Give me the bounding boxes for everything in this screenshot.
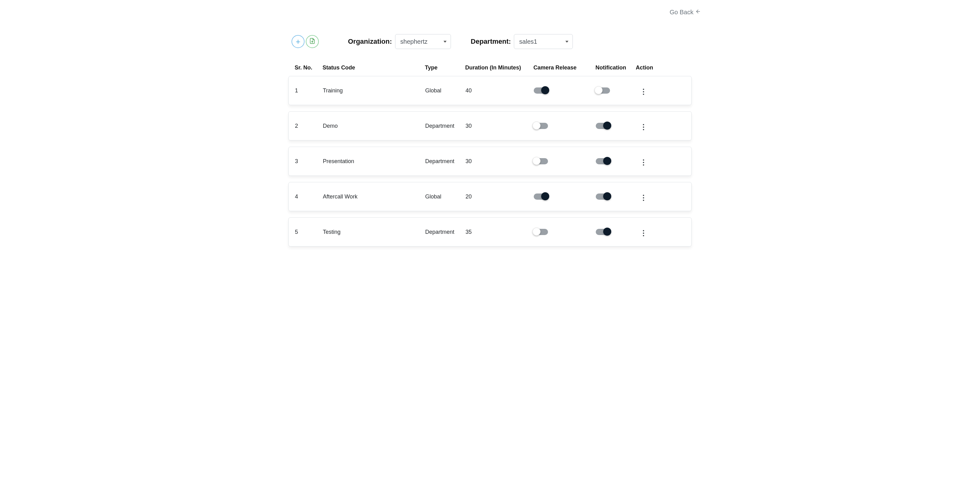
department-select[interactable]: sales1 — [514, 34, 573, 49]
cell-duration: 35 — [466, 229, 534, 235]
notification-toggle[interactable] — [596, 158, 610, 164]
cell-action — [636, 156, 664, 167]
cell-type: Global — [425, 87, 466, 94]
cell-sr-no: 3 — [295, 158, 323, 165]
cell-action — [636, 191, 664, 202]
cell-type: Global — [425, 194, 466, 200]
camera-release-toggle[interactable] — [534, 229, 548, 235]
cell-status-code: Aftercall Work — [323, 194, 425, 200]
action-menu-button[interactable] — [640, 229, 647, 237]
camera-release-toggle[interactable] — [534, 194, 548, 200]
file-export-icon — [309, 38, 315, 45]
organization-select[interactable]: shephertz — [395, 34, 451, 49]
cell-type: Department — [425, 229, 466, 235]
department-label: Department: — [471, 38, 511, 46]
cell-status-code: Training — [323, 87, 425, 94]
go-back-link[interactable]: Go Back — [670, 9, 701, 16]
action-menu-button[interactable] — [640, 194, 647, 202]
cell-action — [636, 226, 664, 237]
cell-sr-no: 5 — [295, 229, 323, 235]
add-button[interactable]: + — [291, 35, 305, 48]
cell-camera-release — [534, 158, 596, 164]
export-button[interactable] — [306, 35, 319, 48]
cell-notification — [596, 229, 636, 235]
cell-sr-no: 1 — [295, 87, 323, 94]
cell-type: Department — [425, 123, 466, 129]
cell-duration: 30 — [466, 158, 534, 165]
col-notification: Notification — [595, 65, 636, 71]
col-sr-no: Sr. No. — [294, 65, 323, 71]
cell-notification — [596, 158, 636, 164]
cell-camera-release — [534, 123, 596, 129]
col-status-code: Status Code — [323, 65, 425, 71]
cell-sr-no: 4 — [295, 194, 323, 200]
cell-duration: 20 — [466, 194, 534, 200]
cell-type: Department — [425, 158, 466, 165]
table-row: 3PresentationDepartment30 — [288, 147, 692, 176]
camera-release-toggle[interactable] — [534, 158, 548, 164]
cell-status-code: Demo — [323, 123, 425, 129]
col-type: Type — [425, 65, 465, 71]
table-row: 5TestingDepartment35 — [288, 217, 692, 246]
plus-icon: + — [296, 38, 300, 46]
notification-toggle[interactable] — [596, 194, 610, 200]
notification-toggle[interactable] — [596, 87, 610, 94]
cell-duration: 30 — [466, 123, 534, 129]
camera-release-toggle[interactable] — [534, 123, 548, 129]
cell-action — [636, 85, 664, 96]
action-menu-button[interactable] — [640, 158, 647, 167]
cell-camera-release — [534, 87, 596, 94]
cell-notification — [596, 123, 636, 129]
cell-camera-release — [534, 229, 596, 235]
cell-status-code: Presentation — [323, 158, 425, 165]
col-action: Action — [636, 65, 664, 71]
cell-notification — [596, 87, 636, 94]
notification-toggle[interactable] — [596, 123, 610, 129]
organization-value: shephertz — [400, 38, 428, 45]
action-menu-button[interactable] — [640, 87, 647, 96]
cell-status-code: Testing — [323, 229, 425, 235]
cell-sr-no: 2 — [295, 123, 323, 129]
organization-label: Organization: — [348, 38, 392, 46]
table-row: 2DemoDepartment30 — [288, 111, 692, 140]
cell-action — [636, 120, 664, 132]
table-row: 1TrainingGlobal40 — [288, 76, 692, 105]
cell-camera-release — [534, 194, 596, 200]
col-duration: Duration (In Minutes) — [465, 65, 533, 71]
col-camera-release: Camera Release — [533, 65, 595, 71]
go-back-label: Go Back — [670, 9, 694, 16]
cell-notification — [596, 194, 636, 200]
action-menu-button[interactable] — [640, 123, 647, 132]
notification-toggle[interactable] — [596, 229, 610, 235]
table-row: 4Aftercall WorkGlobal20 — [288, 182, 692, 211]
department-value: sales1 — [519, 38, 537, 45]
camera-release-toggle[interactable] — [534, 87, 548, 94]
arrow-left-icon — [695, 9, 701, 16]
cell-duration: 40 — [466, 87, 534, 94]
